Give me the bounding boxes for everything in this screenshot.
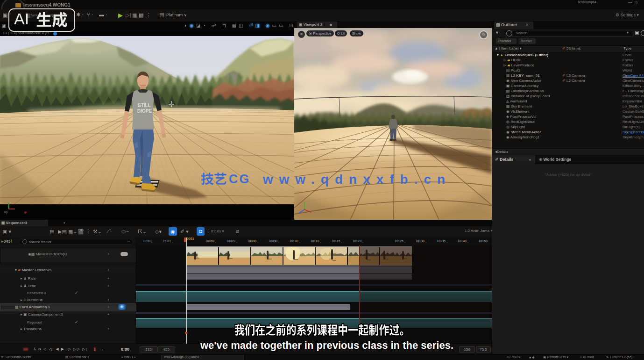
svg-text:DIOPE: DIOPE	[137, 108, 152, 114]
svg-text:STILL: STILL	[138, 103, 151, 108]
